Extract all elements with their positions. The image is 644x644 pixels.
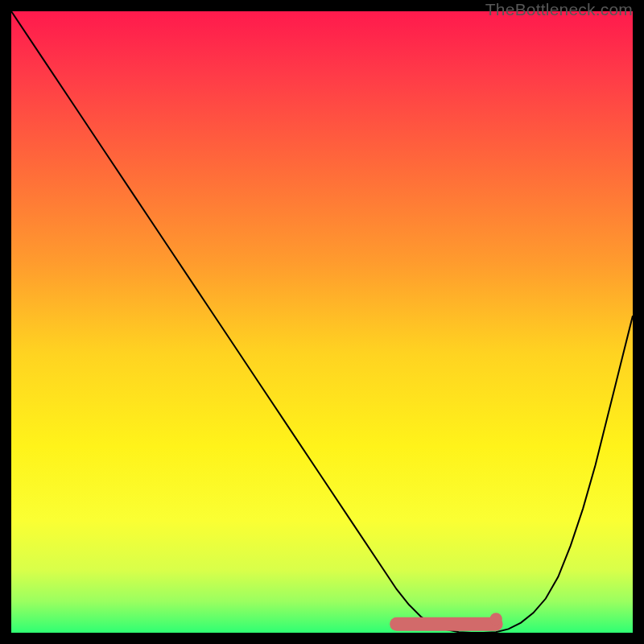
optimal-range-end-dot xyxy=(489,613,502,625)
bottleneck-chart xyxy=(11,11,633,633)
gradient-background xyxy=(11,11,633,633)
watermark-text: TheBottleneck.com xyxy=(485,0,633,19)
